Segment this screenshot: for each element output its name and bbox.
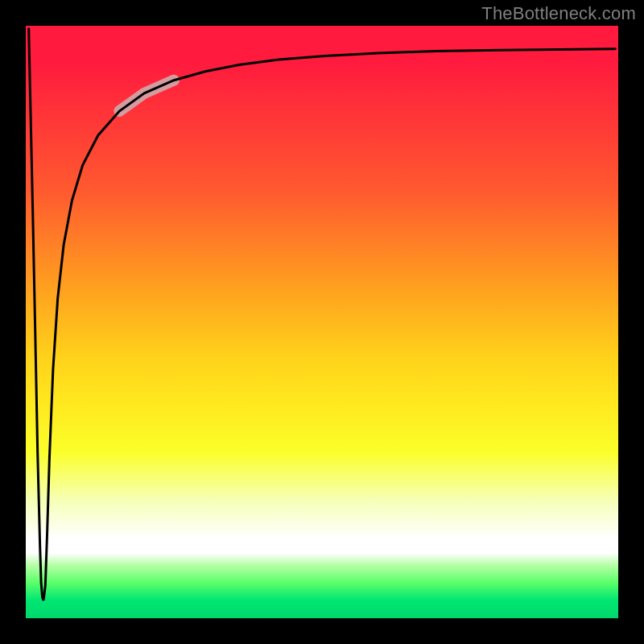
curve-svg (26, 26, 618, 618)
chart-frame: TheBottleneck.com (0, 0, 644, 644)
watermark-text: TheBottleneck.com (481, 3, 636, 24)
plot-area (26, 26, 618, 618)
main-curve (29, 29, 616, 601)
highlight-segment (119, 80, 174, 111)
